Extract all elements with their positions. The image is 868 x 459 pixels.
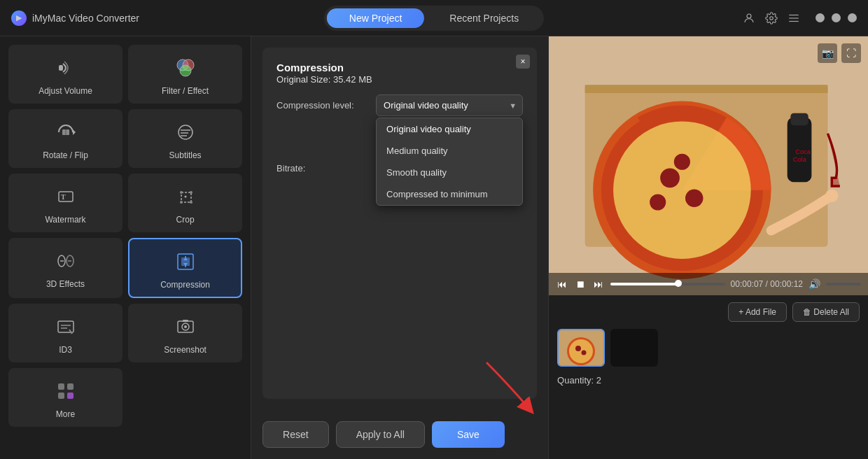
svg-rect-56 bbox=[790, 113, 808, 125]
fullscreen-icon-button[interactable]: ⛶ bbox=[841, 43, 861, 63]
sidebar-item-adjust-volume[interactable]: Adjust Volume bbox=[8, 45, 122, 104]
watermark-icon: T bbox=[53, 184, 78, 209]
svg-point-22 bbox=[190, 201, 192, 204]
close-button[interactable]: × bbox=[848, 13, 857, 22]
thumbnail-1[interactable] bbox=[557, 329, 605, 367]
rotate-flip-icon bbox=[53, 120, 78, 145]
svg-point-23 bbox=[184, 196, 186, 198]
progress-fill bbox=[610, 283, 679, 285]
svg-point-19 bbox=[180, 191, 183, 194]
skip-back-button[interactable]: ⏮ bbox=[556, 277, 568, 291]
sidebar-item-compression[interactable]: Compression bbox=[128, 238, 242, 298]
thumbnail-2-image bbox=[610, 329, 658, 367]
svg-point-1 bbox=[770, 16, 774, 20]
subtitles-icon bbox=[173, 120, 198, 145]
recent-projects-tab[interactable]: Recent Projects bbox=[427, 8, 541, 28]
svg-point-51 bbox=[660, 168, 680, 188]
sidebar-item-filter-effect[interactable]: Filter / Effect bbox=[128, 45, 242, 104]
svg-rect-40 bbox=[183, 320, 188, 322]
crop-icon bbox=[173, 184, 198, 209]
apply-to-all-button[interactable]: Apply to All bbox=[336, 421, 425, 448]
svg-point-54 bbox=[674, 154, 690, 170]
compression-dialog-title: Compression bbox=[276, 62, 344, 73]
dropdown-option-compressed[interactable]: Compressed to minimum bbox=[377, 183, 522, 205]
crop-label: Crop bbox=[176, 215, 195, 225]
svg-point-39 bbox=[184, 325, 187, 328]
sidebar-item-more[interactable]: More bbox=[8, 368, 122, 427]
progress-thumb bbox=[675, 280, 682, 287]
skip-forward-button[interactable]: ⏭ bbox=[592, 277, 605, 291]
window-controls: — □ × bbox=[816, 13, 857, 22]
compression-level-dropdown[interactable]: Original video quality ▼ bbox=[376, 94, 523, 116]
progress-bar[interactable] bbox=[610, 283, 724, 285]
video-preview: Coca Cola 📷 ⛶ ⏮ ⏹ ⏭ bbox=[549, 36, 868, 295]
svg-point-12 bbox=[178, 125, 192, 139]
sidebar-item-screenshot[interactable]: Screenshot bbox=[128, 304, 242, 362]
minimize-button[interactable]: — bbox=[816, 13, 825, 22]
add-file-button[interactable]: + Add File bbox=[728, 302, 787, 322]
compression-level-selected: Original video quality bbox=[384, 100, 468, 111]
time-display: 00:00:07 / 00:00:12 bbox=[731, 279, 803, 289]
svg-point-63 bbox=[575, 346, 581, 351]
sidebar-item-rotate-flip[interactable]: Rotate / Flip bbox=[8, 109, 122, 168]
compression-level-label: Compression level: bbox=[276, 100, 368, 111]
more-label: More bbox=[56, 409, 75, 419]
sidebar-item-id3[interactable]: ID3 bbox=[8, 304, 122, 362]
svg-point-53 bbox=[650, 194, 666, 210]
user-icon[interactable] bbox=[743, 12, 755, 24]
screenshot-icon bbox=[173, 314, 198, 339]
compression-label: Compression bbox=[160, 280, 210, 290]
time-current: 00:00:07 bbox=[731, 279, 764, 289]
sidebar-item-3d-effects[interactable]: 3D Effects bbox=[8, 238, 122, 298]
svg-rect-43 bbox=[58, 393, 64, 399]
volume-icon: 🔊 bbox=[808, 278, 820, 290]
thumbnail-2[interactable] bbox=[610, 329, 658, 367]
dropdown-option-smooth[interactable]: Smooth quality bbox=[377, 162, 522, 183]
sidebar-item-crop[interactable]: Crop bbox=[128, 174, 242, 232]
play-pause-button[interactable]: ⏹ bbox=[574, 277, 587, 291]
sidebar-item-watermark[interactable]: T Watermark bbox=[8, 174, 122, 232]
svg-point-59 bbox=[825, 190, 839, 203]
tools-sidebar: Adjust Volume Filter / Effect bbox=[0, 36, 251, 459]
sidebar-item-subtitles[interactable]: Subtitles bbox=[128, 109, 242, 168]
svg-rect-34 bbox=[58, 321, 74, 332]
menu-icon[interactable] bbox=[788, 12, 800, 24]
svg-rect-47 bbox=[585, 85, 828, 93]
svg-text:Cola: Cola bbox=[793, 156, 807, 163]
delete-all-button[interactable]: 🗑 Delete All bbox=[792, 302, 860, 322]
adjust-volume-icon bbox=[53, 55, 78, 80]
file-thumbnails bbox=[557, 329, 860, 367]
svg-point-20 bbox=[190, 191, 192, 194]
svg-point-64 bbox=[582, 351, 587, 355]
center-panel: Compression × Original Size: 35.42 MB Co… bbox=[251, 36, 548, 459]
right-panel: Coca Cola 📷 ⛶ ⏮ ⏹ ⏭ bbox=[548, 36, 868, 459]
reset-button[interactable]: Reset bbox=[262, 421, 329, 448]
playback-controls: ⏮ ⏹ ⏭ 00:00:07 / 00:00:12 🔊 bbox=[549, 273, 868, 295]
preview-top-controls: 📷 ⛶ bbox=[818, 43, 861, 63]
maximize-button[interactable]: □ bbox=[832, 13, 841, 22]
id3-icon bbox=[53, 314, 78, 339]
original-size-value: Original Size: 35.42 MB bbox=[276, 74, 372, 85]
titlebar: ▶ iMyMac Video Converter New Project Rec… bbox=[0, 0, 868, 36]
new-project-tab[interactable]: New Project bbox=[327, 8, 424, 28]
more-icon bbox=[53, 379, 78, 404]
rotate-flip-label: Rotate / Flip bbox=[43, 150, 88, 160]
volume-slider[interactable] bbox=[826, 283, 861, 285]
compression-level-row: Compression level: Original video qualit… bbox=[276, 94, 523, 116]
screenshot-label: Screenshot bbox=[164, 345, 206, 355]
filter-effect-label: Filter / Effect bbox=[162, 86, 209, 96]
save-button[interactable]: Save bbox=[432, 421, 505, 448]
thumbnail-1-image bbox=[559, 330, 603, 365]
main-content: Adjust Volume Filter / Effect bbox=[0, 36, 868, 459]
settings-icon[interactable] bbox=[765, 12, 778, 24]
dropdown-option-medium[interactable]: Medium quality bbox=[377, 140, 522, 162]
svg-marker-9 bbox=[73, 129, 76, 135]
dialog-close-button[interactable]: × bbox=[516, 55, 530, 69]
thumb-pizza-svg bbox=[559, 330, 605, 367]
watermark-label: Watermark bbox=[45, 215, 85, 225]
dropdown-option-original[interactable]: Original video quality bbox=[377, 118, 522, 140]
camera-icon-button[interactable]: 📷 bbox=[818, 43, 837, 63]
svg-point-52 bbox=[685, 190, 703, 207]
svg-point-8 bbox=[180, 65, 191, 76]
dialog-footer: Reset Apply to All Save bbox=[251, 410, 548, 459]
